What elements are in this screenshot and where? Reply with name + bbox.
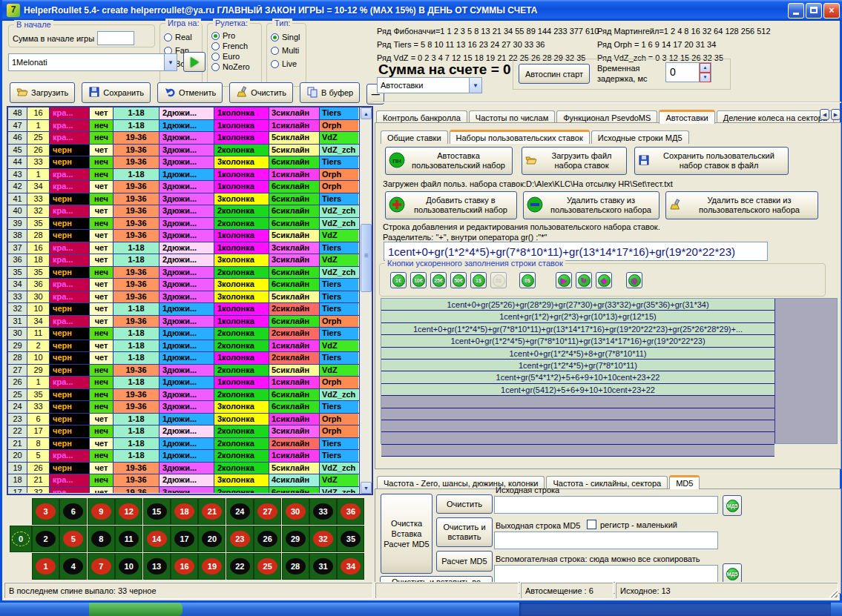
scroll-up-icon[interactable]: ▲	[361, 107, 372, 119]
tab-sub-наборы-пользовательских-ставок[interactable]: Наборы пользовательских ставок	[450, 130, 590, 144]
md5-output-input[interactable]	[494, 531, 718, 549]
roulette-cell-21[interactable]: 21	[198, 498, 226, 525]
quick-money-button[interactable]: 0$	[519, 272, 536, 288]
tab-sub-общие-ставки[interactable]: Общие ставки	[381, 130, 448, 144]
run-preset-button[interactable]	[183, 52, 205, 72]
quick-money-button[interactable]: 1€	[390, 272, 407, 288]
save-button[interactable]: Сохранить	[82, 82, 151, 103]
mode-combobox[interactable]: Автоставки ▼	[377, 77, 482, 93]
roulette-cell-5[interactable]: 5	[59, 526, 87, 552]
chevron-down-icon[interactable]: ▼	[469, 78, 481, 93]
table-row[interactable]: 205кра...неч1-181дюжи...2колонка1сиклайн…	[8, 450, 359, 463]
clear-button[interactable]: Очистить	[229, 82, 293, 103]
table-row[interactable]: 3535черннеч19-363дюжи...2колонка6сиклайн…	[8, 267, 359, 279]
table-row[interactable]: 2729черннеч19-363дюжи...2колонка5сиклайн…	[8, 365, 359, 377]
roulette-cell-31[interactable]: 31	[309, 553, 337, 580]
roulette-cell-18[interactable]: 18	[171, 498, 198, 525]
os-taskbar[interactable]	[0, 603, 842, 616]
roulette-cell-6[interactable]: 6	[59, 498, 87, 525]
spin-down-icon[interactable]: ▼	[700, 73, 711, 82]
roulette-cell-30[interactable]: 30	[282, 498, 309, 525]
roulette-cell-22[interactable]: 22	[226, 553, 254, 580]
table-row[interactable]: 4032кра...чет19-363дюжи...2колонка6сикла…	[8, 205, 359, 218]
quick-scatter-button[interactable]: ◎	[626, 272, 642, 288]
tab-main-автоставки[interactable]: Автоставки	[659, 110, 714, 124]
roulette-cell-26[interactable]: 26	[254, 526, 281, 552]
roulette-cell-14[interactable]: 14	[143, 526, 171, 552]
minimize-button[interactable]	[788, 3, 804, 19]
quick-money-button[interactable]: 1$	[470, 272, 487, 288]
roulette-cell-17[interactable]: 17	[171, 526, 198, 552]
delete-bet-button[interactable]: Удалить ставку из пользовательского набо…	[523, 191, 660, 219]
roulette-cell-15[interactable]: 15	[143, 498, 171, 525]
table-row[interactable]: 3210чернчет1-181дюжи...1колонка2сиклайнT…	[8, 303, 359, 316]
roulette-cell-33[interactable]: 33	[309, 498, 337, 525]
table-row[interactable]: 236чернчет1-181дюжи...3колонка1сиклайнOr…	[8, 414, 359, 426]
delay-spinner[interactable]: 0 ▲ ▼	[665, 62, 711, 82]
spin-up-icon[interactable]: ▲	[700, 63, 711, 73]
bet-list-item[interactable]: 1cent+0+gr(1*2*4*5)+8+gr(7*8*10*11)	[381, 348, 774, 360]
table-row[interactable]: 3716кра...чет1-182дюжи...1колонка3сиклай…	[8, 242, 359, 255]
roulette-cell-8[interactable]: 8	[88, 526, 115, 552]
table-row[interactable]: 4625кра...неч19-363дюжи...1колонка5сикла…	[8, 132, 359, 145]
to-clipboard-button[interactable]: В буфер	[300, 82, 360, 103]
md5-run-icon[interactable]: МД5	[723, 495, 742, 516]
table-row[interactable]: 3935черннеч19-363дюжи...2колонка6сиклайн…	[8, 218, 359, 231]
save-bet-set-file-button[interactable]: Сохранить пользовательский набор ставок …	[634, 147, 789, 175]
roulette-cell-25[interactable]: 25	[254, 553, 281, 580]
roulette-cell-34[interactable]: 34	[337, 553, 364, 580]
table-row[interactable]: 431кра...неч1-181дюжи...1колонка1сиклайн…	[8, 169, 359, 182]
roulette-cell-36[interactable]: 36	[337, 498, 364, 525]
roulette-cell-29[interactable]: 29	[282, 526, 309, 552]
radio-game-real[interactable]: Real	[164, 33, 202, 42]
scroll-down-icon[interactable]: ▼	[361, 482, 372, 494]
checkbox-icon[interactable]	[587, 520, 596, 529]
table-row[interactable]: 4526чернчет19-363дюжи...2колонка5сиклайн…	[8, 145, 359, 157]
table-row[interactable]: 2535черннеч19-363дюжи...2колонка6сиклайн…	[8, 389, 359, 402]
load-bet-set-file-button[interactable]: Загрузить файл набора ставок	[522, 147, 627, 175]
table-row[interactable]: 261кра...неч1-181дюжи...1колонка1сиклайн…	[8, 377, 359, 389]
chevron-down-icon[interactable]: ▼	[164, 54, 177, 70]
taskbar-start-segment[interactable]	[89, 603, 182, 616]
table-row[interactable]: 292чернчет1-181дюжи...2колонка1сиклайнVd…	[8, 340, 359, 353]
roulette-cell-28[interactable]: 28	[282, 553, 309, 580]
roulette-cell-1[interactable]: 1	[32, 553, 59, 580]
bet-list-item[interactable]: 1cent+gr(1*2)+gr(2*3)+gr(10*13)+gr(12*15…	[381, 311, 774, 322]
roulette-cell-13[interactable]: 13	[143, 553, 171, 580]
roulette-cell-16[interactable]: 16	[171, 553, 198, 580]
radio-type-live[interactable]: Live	[271, 59, 306, 68]
radio-roulette-nozero[interactable]: NoZero	[211, 62, 261, 71]
md5-case-checkbox[interactable]: регистр - маленький	[587, 520, 677, 529]
table-scrollbar[interactable]: ▲ ▼	[359, 107, 372, 494]
close-button[interactable]: ×	[823, 3, 840, 19]
table-row[interactable]: 1821кра...неч19-362дюжи...3колонка4сикла…	[8, 474, 359, 487]
roulette-cell-10[interactable]: 10	[115, 553, 142, 580]
roulette-cell-4[interactable]: 4	[59, 553, 87, 580]
bet-list-item[interactable]: 1cent+gr(1*2*4*5)+gr(7*8*10*11)	[381, 360, 774, 371]
roulette-cell-35[interactable]: 35	[337, 526, 364, 552]
table-row[interactable]: 4433черннеч19-363дюжи...3колонка6сиклайн…	[8, 156, 359, 169]
quick-money-button[interactable]: 25€	[430, 272, 447, 288]
load-button[interactable]: Загрузить	[10, 82, 75, 103]
quick-mix-button[interactable]: ◆	[596, 272, 612, 288]
autostake-user-set-button[interactable]: ПНАвтоставка пользовательский набор	[385, 147, 513, 175]
tab-bottom-частота-сиклайны-сектора[interactable]: Частота - сиклайны, сектора	[546, 476, 668, 489]
table-row[interactable]: 3134кра...чет19-363дюжи...1колонка6сикла…	[8, 316, 359, 328]
roulette-cell-19[interactable]: 19	[198, 553, 226, 580]
roulette-cell-32[interactable]: 32	[309, 526, 337, 552]
maximize-button[interactable]	[806, 3, 822, 19]
table-row[interactable]: 3330кра...чет19-363дюжи...3колонка5сикла…	[8, 291, 359, 304]
tabs-scroll-right-icon[interactable]: ▶	[831, 109, 841, 120]
delete-all-bets-button[interactable]: Удалить все ставки из пользовательского …	[665, 191, 818, 219]
start-sum-input[interactable]	[97, 31, 134, 45]
title-bar[interactable]: 7 HelperRoullet 5.4- create helperroulle…	[2, 0, 842, 21]
md5-clear-and-paste-button[interactable]: Очистить и вставить	[436, 517, 493, 547]
md5-calc-button[interactable]: Расчет MD5	[436, 551, 493, 572]
radio-type-multi[interactable]: Multi	[271, 46, 306, 55]
quick-play-button[interactable]: ▶	[556, 272, 572, 288]
table-row[interactable]: 218чернчет1-181дюжи...2колонка2сиклайнTi…	[8, 438, 359, 451]
table-row[interactable]: 1926чернчет19-363дюжи...2колонка5сиклайн…	[8, 463, 359, 475]
radio-type-singl[interactable]: Singl	[271, 33, 306, 42]
radio-roulette-pro[interactable]: Pro	[211, 31, 261, 40]
roulette-cell-3[interactable]: 3	[32, 498, 59, 525]
